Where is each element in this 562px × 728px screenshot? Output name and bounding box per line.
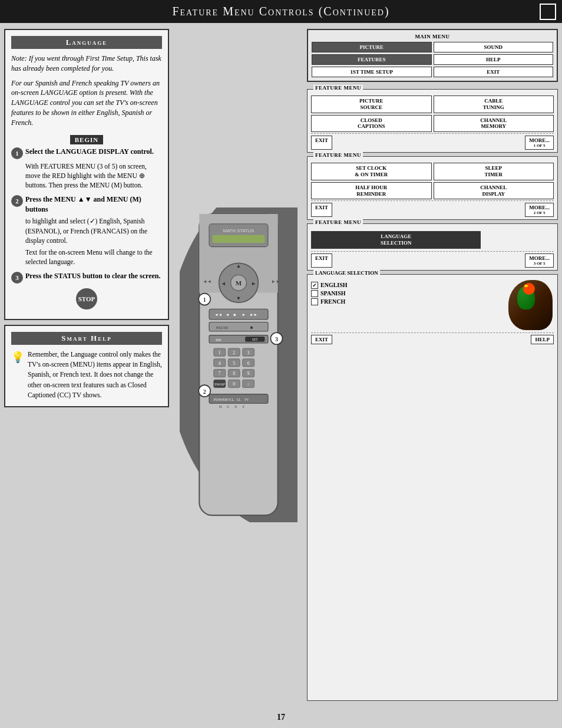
svg-text:0: 0 (233, 382, 235, 387)
lang-option-english[interactable]: ✓ ENGLISH (311, 282, 504, 289)
svg-text:M: M (219, 405, 222, 409)
svg-text:SWAP: SWAP (214, 383, 225, 387)
feature-menu-2-label: FEATURE MENU (313, 152, 363, 158)
fm3-more[interactable]: MORE... 3 OF 5 (525, 253, 554, 268)
bulb-icon: 💡 (11, 350, 24, 365)
svg-text:8: 8 (233, 371, 235, 377)
fm2-more[interactable]: MORE... 2 OF 5 (525, 203, 554, 217)
lang-label-english: ENGLISH (320, 282, 348, 288)
svg-text:►: ► (251, 281, 256, 287)
header-bar: Feature Menu Controls (Continued) (0, 0, 562, 23)
right-inner: MATH STATUS M ▲ ▼ ◄ ► ◄◄ ►► (174, 29, 558, 701)
main-menu-panel: MAIN MENU PICTURE SOUND FEATURES HELP 1S… (307, 29, 558, 82)
svg-text:PAUSE: PAUSE (216, 325, 228, 330)
step-2-body: to highlight and select (✓) English, Spa… (25, 216, 162, 245)
svg-text:TV: TV (244, 398, 249, 401)
svg-text:►: ► (242, 313, 246, 317)
lang-help[interactable]: HELP (531, 335, 554, 344)
svg-text:D: D (234, 405, 237, 409)
remote-svg: MATH STATUS M ▲ ▼ ◄ ► ◄◄ ►► (180, 207, 297, 522)
lang-label-french: FRENCH (320, 298, 345, 305)
step-1-circle: 1 (11, 147, 23, 159)
fm1-cable-tuning[interactable]: CABLETUNING (434, 95, 554, 113)
fm1-channel-memory[interactable]: CHANNELMEMORY (434, 115, 554, 133)
smart-help-text: Remember, the Language control only make… (28, 350, 162, 400)
mm-btn-picture[interactable]: PICTURE (312, 42, 432, 52)
note-text-2: For our Spanish and French speaking TV o… (11, 78, 162, 128)
svg-text:►►: ►► (250, 313, 257, 317)
lang-checkbox-english[interactable]: ✓ (311, 282, 318, 289)
mm-btn-1st-time[interactable]: 1ST TIME SETUP (312, 67, 432, 77)
svg-text:◄: ◄ (226, 313, 230, 317)
svg-text:▲: ▲ (236, 263, 242, 269)
feature-menu-1: FEATURE MENU PICTURESOURCE CABLETUNING C… (307, 89, 558, 153)
svg-text:◄: ◄ (221, 281, 226, 287)
mm-btn-sound[interactable]: SOUND (434, 42, 554, 52)
step-1-body: With FEATURES MENU (3 of 5) on screen, m… (25, 162, 162, 190)
mm-btn-features[interactable]: FEATURES (312, 54, 432, 65)
lang-checkbox-french[interactable] (311, 298, 318, 305)
fm2-set-clock[interactable]: SET CLOCK& ON TIMER (311, 163, 432, 180)
remote-area: MATH STATUS M ▲ ▼ ◄ ► ◄◄ ►► (174, 29, 303, 701)
svg-text:1: 1 (203, 297, 206, 303)
fm3-language[interactable]: LANGUAGESELECTION (311, 231, 481, 249)
language-select-panel: LANGUAGE SELECTION ✓ ENGLISH SPANISH (307, 274, 558, 701)
svg-text:►►: ►► (272, 279, 280, 284)
fm3-exit[interactable]: EXIT (311, 253, 332, 268)
svg-text:POWER: POWER (214, 397, 228, 401)
lang-option-french[interactable]: FRENCH (311, 298, 504, 305)
svg-text:9: 9 (247, 371, 250, 377)
svg-text:2: 2 (203, 388, 206, 395)
svg-text:■: ■ (250, 325, 253, 330)
lang-checkbox-spanish[interactable] (311, 290, 318, 297)
stop-button[interactable]: STOP (76, 288, 97, 309)
step-1: 1 Select the LANGUAGE DISPLAY control. W… (11, 147, 162, 190)
svg-text:▼: ▼ (236, 295, 242, 301)
mm-btn-exit[interactable]: EXIT (434, 67, 554, 77)
svg-text:7: 7 (219, 371, 221, 377)
step-3: 3 Press the STATUS button to clear the s… (11, 271, 162, 284)
svg-text:◄◄: ◄◄ (214, 313, 222, 317)
step-2-circle: 2 (11, 195, 23, 207)
svg-text:M: M (236, 280, 242, 287)
svg-text:6: 6 (247, 361, 250, 366)
svg-text:○: ○ (247, 383, 250, 387)
fm1-exit[interactable]: EXIT (311, 136, 332, 150)
left-column: Language Note: If you went through First… (4, 29, 169, 701)
step-3-circle: 3 (11, 272, 23, 284)
step-2-title: Press the MENU ▲▼ and MENU (M) buttons (25, 195, 162, 215)
lang-select-label: LANGUAGE SELECTION (313, 270, 380, 276)
svg-text:1: 1 (219, 350, 221, 355)
smart-help-title: Smart Help (11, 332, 162, 345)
feature-menu-3-label: FEATURE MENU (313, 219, 363, 225)
step-1-title: Select the LANGUAGE DISPLAY control. (25, 147, 154, 157)
lang-exit[interactable]: EXIT (311, 335, 332, 344)
language-box-title: Language (11, 36, 162, 49)
begin-button[interactable]: BEGIN (70, 135, 103, 144)
svg-text:5: 5 (233, 361, 235, 366)
svg-text:4: 4 (219, 361, 221, 366)
svg-text:VCL: VCL (227, 398, 234, 401)
mm-btn-help[interactable]: HELP (434, 54, 554, 65)
note-text-1: Note: If you went through First Time Set… (11, 54, 162, 74)
page-number: 17 (277, 713, 285, 722)
svg-text:O: O (227, 405, 229, 409)
main-menu-label: MAIN MENU (312, 34, 553, 39)
svg-text:SET: SET (252, 338, 258, 341)
smart-help-body: 💡 Remember, the Language control only ma… (11, 350, 162, 400)
lang-label-spanish: SPANISH (320, 290, 346, 297)
fm2-exit[interactable]: EXIT (311, 203, 332, 217)
fm2-half-hour[interactable]: HALF HOURREMINDER (311, 182, 432, 200)
fm1-picture-source[interactable]: PICTURESOURCE (311, 95, 432, 113)
step-2: 2 Press the MENU ▲▼ and MENU (M) buttons… (11, 195, 162, 266)
fm2-channel-display[interactable]: CHANNELDISPLAY (434, 182, 554, 200)
lang-option-spanish[interactable]: SPANISH (311, 290, 504, 297)
fm2-sleep-timer[interactable]: SLEEPTIMER (434, 163, 554, 180)
fm1-more[interactable]: MORE... 1 OF 5 (525, 136, 554, 150)
fm1-closed-captions[interactable]: CLOSEDCAPTIONS (311, 115, 432, 133)
svg-text:CL: CL (237, 398, 242, 401)
svg-text:2: 2 (233, 350, 235, 355)
feature-menu-1-label: FEATURE MENU (313, 85, 363, 91)
feature-menu-2: FEATURE MENU SET CLOCK& ON TIMER SLEEPTI… (307, 156, 558, 220)
svg-text:■: ■ (233, 313, 236, 317)
